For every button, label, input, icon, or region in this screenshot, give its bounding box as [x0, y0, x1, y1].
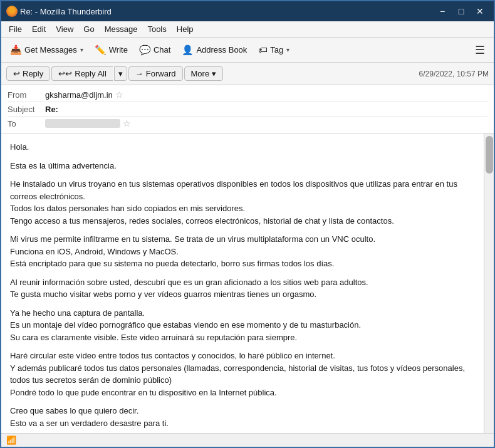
message-body[interactable]: Hola. Esta es la última advertencia. He … — [1, 133, 484, 433]
scrollbar-track[interactable] — [484, 133, 494, 433]
message-date: 6/29/2022, 10:57 PM — [419, 70, 489, 78]
address-book-button[interactable]: 👤 Address Book — [177, 42, 252, 58]
hamburger-menu-button[interactable]: ☰ — [470, 41, 490, 60]
contacts-icon: 👤 — [182, 44, 194, 56]
app-window: Re: - Mozilla Thunderbird − □ ✕ File Edi… — [0, 0, 495, 448]
connection-status-icon: 📶 — [6, 435, 16, 445]
reply-all-dropdown-button[interactable]: ▾ — [114, 66, 127, 81]
reply-all-icon: ↩↩ — [58, 69, 72, 78]
chat-icon: 💬 — [139, 44, 151, 56]
body-paragraph-6: Haré circular este vídeo entre todos tus… — [10, 350, 475, 399]
app-icon — [6, 6, 18, 17]
menu-file[interactable]: File — [4, 23, 27, 35]
tag-icon: 🏷 — [258, 44, 268, 55]
get-messages-button[interactable]: 📥 Get Messages ▾ — [5, 42, 88, 58]
chat-button[interactable]: 💬 Chat — [134, 42, 175, 58]
body-paragraph-0: Hola. — [10, 141, 475, 154]
to-value — [45, 119, 120, 128]
forward-icon: → — [135, 69, 143, 78]
body-paragraph-1: Esta es la última advertencia. — [10, 160, 475, 172]
menu-tools[interactable]: Tools — [142, 23, 171, 35]
forward-button[interactable]: → Forward — [128, 66, 183, 81]
titlebar: Re: - Mozilla Thunderbird − □ ✕ — [1, 1, 494, 21]
pencil-icon: ✏️ — [95, 44, 107, 56]
reply-all-chevron-icon: ▾ — [118, 69, 123, 78]
from-value: gksharma@dljm.in — [45, 90, 113, 100]
more-chevron-icon: ▾ — [212, 69, 216, 78]
menu-edit[interactable]: Edit — [27, 23, 51, 35]
reply-all-button[interactable]: ↩↩ Reply All — [51, 66, 113, 81]
menubar: File Edit View Go Message Tools Help — [1, 21, 494, 38]
menu-view[interactable]: View — [51, 23, 78, 35]
body-paragraph-4: Al reunir información sobre usted, descu… — [10, 276, 475, 301]
from-row: From gksharma@dljm.in ☆ — [8, 88, 487, 102]
to-star-icon[interactable]: ☆ — [123, 118, 131, 128]
subject-value: Re: — [45, 105, 58, 114]
window-controls: − □ ✕ — [434, 4, 489, 19]
subject-label: Subject — [8, 105, 45, 114]
tag-button[interactable]: 🏷 Tag ▾ — [253, 42, 294, 58]
body-paragraph-5: Ya he hecho una captura de pantalla. Es … — [10, 307, 475, 344]
action-buttons-group: ↩ Reply ↩↩ Reply All ▾ → Forward More ▾ — [6, 66, 223, 81]
body-paragraph-2: He instalado un virus troyano en tus sis… — [10, 178, 475, 227]
envelope-icon: 📥 — [10, 44, 22, 56]
main-toolbar: 📥 Get Messages ▾ ✏️ Write 💬 Chat 👤 Addre… — [1, 38, 494, 63]
message-fields: From gksharma@dljm.in ☆ Subject Re: To ☆ — [1, 85, 494, 133]
reply-button[interactable]: ↩ Reply — [6, 66, 50, 81]
from-label: From — [8, 90, 45, 100]
message-body-container: Hola. Esta es la última advertencia. He … — [1, 133, 494, 433]
to-row: To ☆ — [8, 117, 487, 130]
menu-go[interactable]: Go — [78, 23, 99, 35]
statusbar: 📶 — [1, 433, 494, 447]
minimize-button[interactable]: − — [434, 4, 451, 19]
maximize-button[interactable]: □ — [452, 4, 470, 19]
body-paragraph-7: Creo que sabes lo que quiero decir. Esto… — [10, 405, 475, 429]
tag-dropdown-icon: ▾ — [286, 46, 289, 53]
get-messages-dropdown-icon: ▾ — [80, 46, 83, 53]
close-button[interactable]: ✕ — [471, 4, 489, 19]
window-title: Re: - Mozilla Thunderbird — [18, 7, 434, 16]
reply-icon: ↩ — [13, 69, 20, 78]
to-label: To — [8, 119, 45, 128]
write-button[interactable]: ✏️ Write — [90, 42, 133, 58]
more-button[interactable]: More ▾ — [184, 66, 224, 81]
body-paragraph-3: Mi virus me permite infiltrarme en tu si… — [10, 233, 475, 270]
message-action-toolbar: ↩ Reply ↩↩ Reply All ▾ → Forward More ▾ … — [1, 63, 494, 85]
menu-help[interactable]: Help — [172, 23, 199, 35]
from-star-icon[interactable]: ☆ — [115, 90, 123, 100]
subject-row: Subject Re: — [8, 102, 487, 116]
scrollbar-thumb[interactable] — [486, 136, 493, 174]
menu-message[interactable]: Message — [100, 23, 143, 35]
